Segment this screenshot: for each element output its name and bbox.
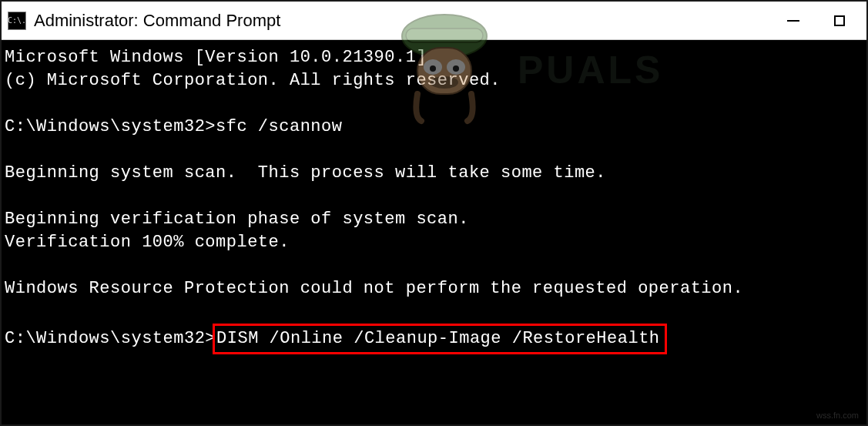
maximize-button[interactable] bbox=[828, 9, 851, 32]
copyright-line: (c) Microsoft Corporation. All rights re… bbox=[5, 69, 863, 92]
window-controls bbox=[782, 2, 866, 39]
blank-line bbox=[5, 92, 863, 116]
window-title: Administrator: Command Prompt bbox=[34, 11, 280, 31]
version-line: Microsoft Windows [Version 10.0.21390.1] bbox=[5, 46, 863, 69]
prompt-line-2: C:\Windows\system32>DISM /Online /Cleanu… bbox=[5, 324, 863, 354]
maximize-icon bbox=[834, 15, 845, 26]
blank-line bbox=[5, 300, 863, 324]
minimize-icon bbox=[787, 20, 799, 22]
prompt-line-1: C:\Windows\system32>sfc /scannow bbox=[5, 116, 863, 139]
command-sfc: sfc /scannow bbox=[216, 117, 342, 136]
terminal-area[interactable]: Microsoft Windows [Version 10.0.21390.1]… bbox=[2, 40, 866, 424]
command-dism: DISM /Online /Cleanup-Image /RestoreHeal… bbox=[216, 329, 660, 348]
verification-begin-line: Beginning verification phase of system s… bbox=[5, 208, 863, 231]
blank-line bbox=[5, 185, 863, 208]
blank-line bbox=[5, 139, 863, 162]
scan-begin-line: Beginning system scan. This process will… bbox=[5, 162, 863, 185]
blank-line bbox=[5, 254, 863, 277]
result-line: Windows Resource Protection could not pe… bbox=[5, 277, 863, 300]
prompt-path: C:\Windows\system32> bbox=[5, 117, 216, 136]
prompt-path: C:\Windows\system32> bbox=[5, 329, 216, 348]
command-prompt-window: C:\. Administrator: Command Prompt Micro… bbox=[0, 0, 868, 426]
highlighted-command: DISM /Online /Cleanup-Image /RestoreHeal… bbox=[213, 324, 667, 354]
cmd-icon: C:\. bbox=[8, 12, 26, 30]
titlebar[interactable]: C:\. Administrator: Command Prompt bbox=[2, 2, 866, 40]
minimize-button[interactable] bbox=[782, 9, 805, 32]
verification-complete-line: Verification 100% complete. bbox=[5, 231, 863, 254]
